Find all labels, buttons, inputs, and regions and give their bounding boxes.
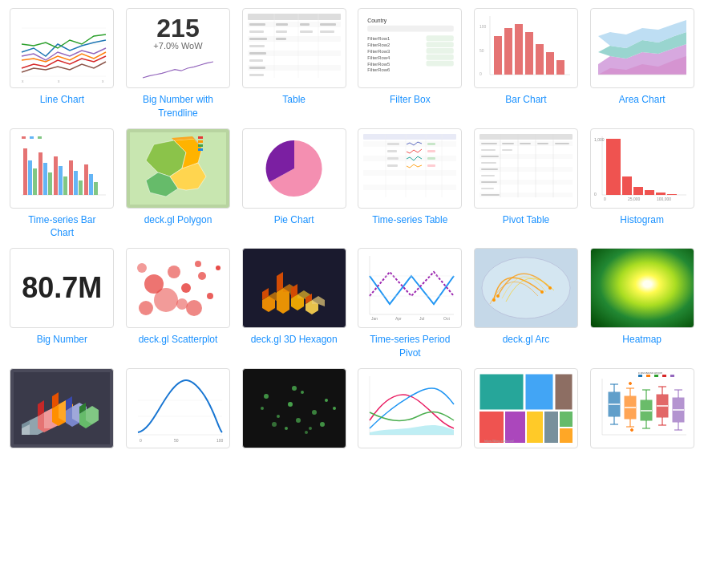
- svg-rect-49: [427, 61, 454, 67]
- svg-rect-159: [656, 193, 666, 195]
- svg-rect-103: [363, 141, 456, 147]
- svg-rect-98: [198, 144, 203, 147]
- svg-text:FilterRow3: FilterRow3: [368, 49, 390, 54]
- card-area-chart[interactable]: Area Chart: [588, 8, 696, 120]
- svg-rect-75: [43, 163, 47, 195]
- svg-rect-256: [544, 412, 558, 443]
- svg-rect-80: [69, 160, 73, 195]
- card-smooth-line[interactable]: 0 50 100: [124, 368, 233, 453]
- thumb-pivot-table: [474, 128, 578, 209]
- card-line-chart[interactable]: x x x Line Chart: [8, 8, 116, 120]
- svg-rect-33: [249, 59, 263, 62]
- card-table[interactable]: Table: [240, 8, 348, 120]
- svg-rect-85: [94, 182, 98, 195]
- svg-rect-88: [38, 136, 42, 139]
- svg-rect-268: [670, 375, 674, 377]
- label-big-number-trendline: Big Number with Trendline: [143, 93, 213, 120]
- svg-text:Apr: Apr: [395, 316, 402, 321]
- thumb-mixed-lines: [358, 368, 462, 448]
- svg-rect-23: [300, 23, 310, 26]
- card-deckgl-polygon[interactable]: deck.gl Polygon: [124, 128, 233, 241]
- card-ts-bar-chart[interactable]: Time-series Bar Chart: [8, 128, 116, 241]
- svg-rect-97: [198, 140, 203, 143]
- thumb-big-number-trendline: 215 +7.0% WoW: [126, 8, 230, 88]
- svg-point-235: [312, 410, 317, 415]
- card-deckgl-scatterplot[interactable]: deck.gl Scatterplot: [124, 248, 233, 360]
- svg-text:50: 50: [479, 48, 484, 53]
- svg-rect-156: [622, 176, 632, 195]
- svg-rect-105: [363, 156, 456, 161]
- svg-text:100: 100: [479, 24, 487, 29]
- svg-rect-53: [494, 36, 502, 75]
- svg-rect-48: [427, 55, 454, 60]
- svg-text:FilterRow4: FilterRow4: [368, 55, 391, 60]
- thumb-dark-scatter: [242, 368, 346, 448]
- card-ts-period-pivot[interactable]: Jan Apr Jul Oct Time-series Period Pivot: [356, 248, 464, 360]
- svg-rect-29: [249, 38, 267, 40]
- svg-point-232: [277, 415, 280, 418]
- svg-rect-77: [54, 156, 58, 195]
- svg-point-286: [630, 428, 633, 431]
- svg-rect-78: [59, 166, 63, 195]
- card-boxplot[interactable]: East Asia Europe: [588, 368, 696, 453]
- svg-text:Country: Country: [368, 18, 387, 24]
- svg-text:Jul: Jul: [419, 316, 424, 321]
- card-big-number[interactable]: 80.7M Big Number: [8, 248, 116, 360]
- svg-rect-122: [427, 164, 435, 167]
- svg-text:FilterRow2: FilterRow2: [368, 43, 390, 47]
- card-dark-scatter[interactable]: [240, 368, 348, 453]
- svg-point-234: [301, 391, 304, 394]
- card-treemap[interactable]: https://blog.csdn.net/: [472, 368, 581, 453]
- card-big-number-trendline[interactable]: 215 +7.0% WoW Big Number with Trendline: [124, 8, 233, 120]
- card-heatmap[interactable]: Heatmap: [588, 248, 696, 360]
- svg-rect-110: [363, 192, 456, 197]
- thumb-big-number: 80.7M: [10, 248, 114, 328]
- svg-rect-250: [479, 374, 524, 410]
- thumb-3d-city: [10, 368, 114, 448]
- card-pivot-table[interactable]: Pivot Table: [472, 128, 581, 241]
- svg-point-240: [309, 427, 312, 430]
- svg-point-178: [195, 261, 201, 267]
- label-ts-bar-chart: Time-series Bar Chart: [28, 213, 95, 241]
- svg-rect-145: [481, 156, 499, 157]
- svg-rect-30: [276, 38, 286, 40]
- card-mixed-lines[interactable]: [356, 368, 464, 453]
- svg-rect-54: [504, 28, 512, 75]
- svg-point-233: [288, 402, 293, 407]
- svg-point-202: [482, 258, 570, 318]
- svg-rect-143: [481, 149, 496, 151]
- svg-text:FilterRow1: FilterRow1: [368, 36, 390, 41]
- card-bar-chart[interactable]: 0 50 100 Bar Chart: [472, 8, 581, 120]
- label-pivot-table: Pivot Table: [503, 213, 549, 227]
- card-3d-city[interactable]: [8, 368, 116, 453]
- card-deckgl-arc[interactable]: deck.gl Arc: [472, 248, 581, 360]
- svg-point-236: [325, 399, 328, 402]
- card-deckgl-3d-hexagon[interactable]: deck.gl 3D Hexagon: [240, 248, 348, 360]
- svg-point-203: [492, 298, 496, 302]
- svg-rect-146: [481, 162, 496, 164]
- big-number-change: +7.0% WoW: [153, 41, 202, 51]
- svg-text:100: 100: [216, 438, 224, 443]
- thumb-boxplot: East Asia Europe: [590, 368, 694, 448]
- svg-point-237: [272, 422, 277, 427]
- svg-rect-107: [363, 170, 456, 176]
- svg-rect-79: [63, 176, 67, 195]
- svg-rect-139: [502, 143, 514, 144]
- svg-rect-142: [555, 143, 569, 144]
- svg-rect-84: [89, 174, 93, 195]
- card-histogram[interactable]: 0 25,000 100,000 1,000 0 Histogram: [588, 128, 696, 241]
- svg-rect-251: [525, 374, 553, 410]
- thumb-ts-period-pivot: Jan Apr Jul Oct: [358, 248, 462, 328]
- thumb-heatmap: [590, 248, 694, 328]
- card-filter-box[interactable]: Country FilterRow1 FilterRow2 FilterRow3…: [356, 8, 464, 120]
- card-pie-chart[interactable]: Pie Chart: [240, 128, 348, 241]
- thumb-bar-chart: 0 50 100: [474, 8, 578, 88]
- card-ts-table[interactable]: Time-series Table: [356, 128, 464, 241]
- label-ts-table: Time-series Table: [372, 213, 447, 227]
- label-deckgl-polygon: deck.gl Polygon: [144, 213, 212, 227]
- svg-rect-119: [427, 143, 435, 145]
- svg-rect-25: [249, 30, 264, 33]
- label-histogram: Histogram: [620, 213, 664, 227]
- thumb-deckgl-3d-hexagon: [242, 248, 346, 328]
- thumb-deckgl-polygon: [126, 128, 230, 209]
